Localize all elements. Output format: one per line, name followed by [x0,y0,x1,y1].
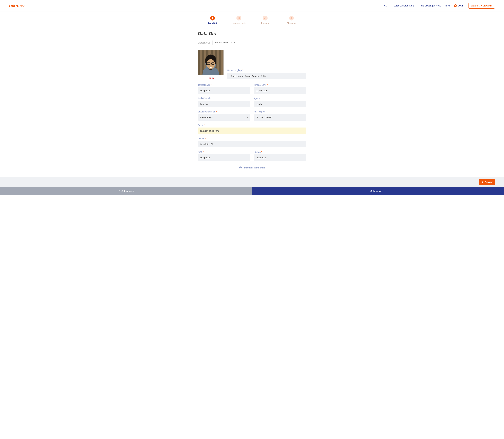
photo-person [198,53,223,75]
kelamin-label: Jenis Kelamin * [198,97,250,99]
alamat-label: Alamat * [198,137,306,140]
form-container: Data Diri Bahasa CV: Bahasa Indonesia Ha… [195,31,309,177]
email-label: Email * [198,124,306,126]
step-checkout[interactable]: Checkout [278,16,305,24]
chevron-left-icon: 〈 [118,190,120,192]
document-icon [236,16,241,21]
agama-input[interactable] [254,101,306,107]
person-icon [210,16,215,21]
preview-label: Preview [485,181,492,183]
language-select[interactable]: Bahasa Indonesia [212,40,237,45]
email-input[interactable] [198,128,306,134]
login-link[interactable]: Login [454,4,464,7]
kota-label: Kota * [198,151,250,153]
tempat-input[interactable] [198,87,250,94]
preview-button[interactable]: Preview [479,179,495,185]
nav-blog-label: Blog [445,4,450,7]
kelamin-select[interactable]: Laki-laki [198,101,250,107]
logo-text-2: cv [20,3,24,8]
add-info-label: Informasi Tambahan [243,166,265,169]
nama-input[interactable] [227,73,306,79]
chevron-down-icon: ⌄ [415,5,416,7]
photo-column: Hapus [198,50,223,79]
step-label: Preview [261,22,269,24]
telepon-label: No. Telepon * [254,110,306,113]
step-preview[interactable]: Preview [252,16,278,24]
page-title: Data Diri [198,31,306,36]
photo-row: Hapus Nama Lengkap * [198,50,306,79]
language-row: Bahasa CV: Bahasa Indonesia [198,40,306,45]
stepper: Data Diri Lamaran Kerja Preview Checkout [199,12,305,28]
tanggal-label: Tanggal Lahir * [254,84,306,86]
chevron-down-icon: ⌄ [388,5,389,7]
chevron-right-icon: 〉 [384,190,386,192]
add-info-button[interactable]: + Informasi Tambahan [198,164,306,171]
user-icon [454,4,457,7]
negara-input[interactable] [254,154,306,161]
step-label: Checkout [287,22,296,24]
name-column: Nama Lengkap * [227,69,306,79]
back-button[interactable]: 〈 Sebelumnya [0,187,252,195]
logo[interactable]: bikincv [9,3,24,8]
delete-photo-link[interactable]: Hapus [208,77,214,79]
top-navigation: bikincv CV⌄ Surat Lamaran Kerja⌄ Info Lo… [0,0,504,12]
step-line [239,18,265,18]
step-label: Lamaran Kerja [232,22,246,24]
cta-button[interactable]: Buat CV + Lamaran [469,3,495,9]
step-label: Data Diri [208,22,217,24]
nav-links: CV⌄ Surat Lamaran Kerja⌄ Info Lowongan K… [384,3,495,9]
nav-lowongan[interactable]: Info Lowongan Kerja [421,4,441,7]
login-label: Login [458,4,464,7]
negara-label: Negara * [254,151,306,153]
tanggal-input[interactable] [254,87,306,94]
nama-label: Nama Lengkap * [227,69,306,72]
telepon-input[interactable] [254,114,306,121]
kota-input[interactable] [198,154,250,161]
check-icon [289,16,294,21]
status-select[interactable]: Belum Kawin [198,114,250,121]
agama-label: Agama * [254,97,306,99]
nav-bottom: 〈 Sebelumnya Selanjutnya 〉 [0,187,504,195]
back-label: Sebelumnya [121,190,134,192]
status-label: Status Perkawinan * [198,110,250,113]
nav-blog[interactable]: Blog [445,4,450,7]
step-line [265,18,292,18]
profile-photo[interactable] [198,50,223,75]
footer-bar: Preview [0,177,504,187]
plus-icon: + [239,167,242,169]
step-line [212,18,239,18]
next-label: Selanjutnya [370,190,382,192]
nav-cv-label: CV [384,4,387,7]
nav-lowongan-label: Info Lowongan Kerja [421,4,441,7]
alamat-input[interactable] [198,141,306,147]
step-lamaran[interactable]: Lamaran Kerja [226,16,252,24]
nav-cv[interactable]: CV⌄ [384,4,389,7]
language-label: Bahasa CV: [198,41,210,44]
tempat-label: Tempat Lahir * [198,84,250,86]
logo-text-1: bikin [9,3,20,8]
nav-surat[interactable]: Surat Lamaran Kerja⌄ [393,4,416,7]
file-icon [481,181,483,183]
step-data-diri[interactable]: Data Diri [199,16,226,24]
edit-icon [263,16,268,21]
next-button[interactable]: Selanjutnya 〉 [252,187,504,195]
nav-surat-label: Surat Lamaran Kerja [393,4,414,7]
